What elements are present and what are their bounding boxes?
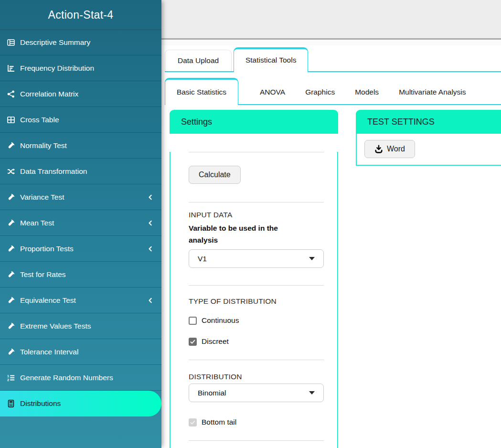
vial-icon [7,296,16,304]
vial-icon [7,322,16,330]
sidebar: Action-Stat-4 Descriptive Summary Freque… [0,0,161,448]
caret-down-icon [309,257,315,260]
sidebar-item-frequency-distribution[interactable]: Frequency Distribution [0,55,161,81]
tab-statistical-tools[interactable]: Statistical Tools [234,47,308,72]
type-of-distribution-section-label: TYPE OF DISTRIBUTION [189,297,324,306]
tab-label: Graphics [305,88,335,96]
bar-chart-icon [7,64,16,72]
continuous-label: Continuous [202,316,239,325]
secondary-tab-bar: Basic Statistics ANOVA Graphics Models M… [165,72,501,105]
sidebar-item-descriptive-summary[interactable]: Descriptive Summary [0,30,161,55]
sidebar-item-variance-test[interactable]: Variance Test [0,184,161,210]
sidebar-item-label: Equivalence Test [20,296,76,305]
settings-panel-header: Settings [170,110,338,134]
word-export-button[interactable]: Word [364,140,415,158]
sidebar-item-test-for-rates[interactable]: Test for Rates [0,262,161,288]
bottom-tail-label: Bottom tail [202,418,236,427]
tab-label: Data Upload [178,56,219,65]
sidebar-item-extreme-values-tests[interactable]: Extreme Values Tests [0,313,161,339]
sidebar-item-label: Variance Test [20,193,64,202]
sidebar-item-label: Correlation Matrix [20,90,78,98]
table-icon [7,116,16,124]
sidebar-item-label: Mean Test [20,219,54,227]
calculate-button[interactable]: Calculate [189,166,241,184]
sidebar-item-tolerance-interval[interactable]: Tolerance Interval [0,339,161,365]
distribution-select[interactable]: Binomial [189,384,324,402]
sidebar-item-correlation-matrix[interactable]: Correlation Matrix [0,81,161,107]
divider [189,152,324,152]
download-icon [374,145,383,153]
svg-text:2: 2 [7,378,9,382]
tab-data-upload[interactable]: Data Upload [165,50,232,71]
test-settings-panel-title: TEST SETTINGS [367,117,435,127]
tab-anova[interactable]: ANOVA [250,88,295,104]
tab-label: Multivariate Analysis [399,88,466,96]
header-divider-strip [161,40,501,45]
sidebar-item-generate-random-numbers[interactable]: 12 Generate Random Numbers [0,365,161,391]
variable-select[interactable]: V1 [189,249,324,268]
sidebar-item-equivalence-test[interactable]: Equivalence Test [0,288,161,313]
variable-question-label: Variable to be used in the analysis [189,222,301,246]
sidebar-item-label: Distributions [20,399,61,408]
continuous-checkbox[interactable] [189,317,197,325]
tab-multivariate-analysis[interactable]: Multivariate Analysis [389,88,476,104]
chevron-left-icon [147,297,154,304]
sidebar-item-label: Data Transformation [20,167,87,176]
settings-panel-body: Calculate INPUT DATA Variable to be used… [170,152,338,448]
discreet-checkbox[interactable] [189,338,197,346]
test-settings-panel-header: TEST SETTINGS [356,110,501,134]
ordered-list-icon: 12 [7,373,16,382]
tab-label: Models [355,88,379,96]
sidebar-item-distributions[interactable]: Distributions [0,391,161,416]
distribution-select-value: Binomial [198,389,226,397]
sidebar-item-proportion-tests[interactable]: Proportion Tests [0,236,161,262]
chevron-left-icon [147,219,154,227]
settings-panel: Settings Calculate INPUT DATA Variable t… [170,110,338,443]
tab-graphics[interactable]: Graphics [295,88,345,104]
divider [189,202,324,203]
top-header-bar [161,0,501,40]
sidebar-item-label: Tolerance Interval [20,348,78,356]
tab-models[interactable]: Models [345,88,389,104]
main-content: Data Upload Statistical Tools Basic Stat… [161,0,501,448]
vial-icon [7,141,16,149]
test-settings-panel: TEST SETTINGS Word [356,110,501,166]
sidebar-item-data-transformation[interactable]: Data Transformation [0,159,161,184]
divider [189,285,324,286]
panels-row: Settings Calculate INPUT DATA Variable t… [161,110,501,443]
bottom-tail-checkbox [189,418,197,427]
discreet-checkbox-row[interactable]: Discreet [189,337,324,346]
vial-icon [7,348,16,356]
sidebar-item-label: Extreme Values Tests [20,322,91,331]
primary-tab-bar: Data Upload Statistical Tools [165,45,501,72]
vial-icon [7,245,16,253]
tab-label: ANOVA [260,88,285,96]
divider [189,360,324,360]
distribution-section-label: DISTRIBUTION [189,373,324,381]
sidebar-item-label: Descriptive Summary [20,38,90,47]
sidebar-item-label: Proportion Tests [20,245,74,253]
sidebar-item-label: Test for Rates [20,270,66,279]
calculator-icon [7,399,16,407]
sidebar-item-mean-test[interactable]: Mean Test [0,210,161,236]
vial-icon [7,193,16,201]
sidebar-item-cross-table[interactable]: Cross Table [0,107,161,133]
variable-select-value: V1 [198,255,207,263]
sidebar-item-label: Frequency Distribution [20,64,94,73]
vial-icon [7,219,16,227]
continuous-checkbox-row[interactable]: Continuous [189,316,324,325]
sidebar-item-normality-test[interactable]: Normality Test [0,133,161,159]
tab-label: Statistical Tools [245,56,297,64]
svg-text:1: 1 [7,374,9,377]
sidebar-item-label: Normality Test [20,141,67,150]
sidebar-item-label: Cross Table [20,116,59,124]
input-data-section-label: INPUT DATA [189,211,324,219]
network-icon [7,90,16,98]
sidebar-item-label: Generate Random Numbers [20,373,113,382]
settings-panel-title: Settings [181,117,212,127]
word-button-label: Word [387,145,405,153]
app-window: Action-Stat-4 Descriptive Summary Freque… [0,0,501,448]
calculate-button-label: Calculate [199,171,231,179]
tab-basic-statistics[interactable]: Basic Statistics [165,78,238,105]
bottom-tail-checkbox-row: Bottom tail [189,418,324,427]
